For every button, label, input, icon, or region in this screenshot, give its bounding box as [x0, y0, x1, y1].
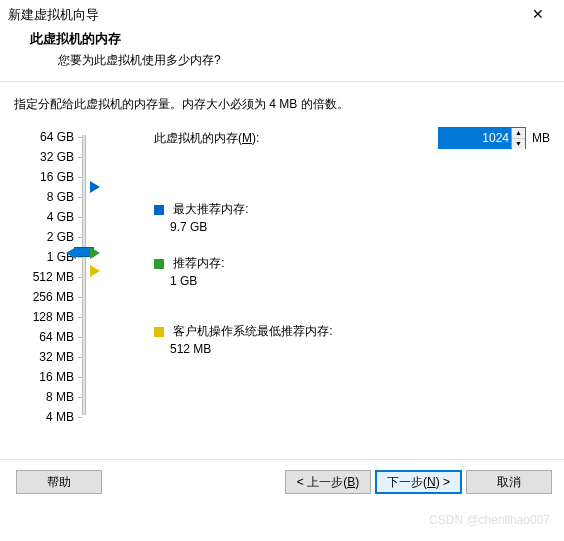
page-title: 此虚拟机的内存	[30, 30, 564, 48]
scale-label: 2 GB	[14, 227, 74, 247]
scale-label: 128 MB	[14, 307, 74, 327]
page-subtitle: 您要为此虚拟机使用多少内存?	[30, 52, 564, 69]
legend-rec-title: 推荐内存:	[173, 255, 224, 272]
legend-min-title: 客户机操作系统最低推荐内存:	[173, 323, 332, 340]
scale-label: 8 GB	[14, 187, 74, 207]
square-icon	[154, 327, 164, 337]
scale-label: 32 GB	[14, 147, 74, 167]
memory-label: 此虚拟机的内存(M):	[154, 130, 438, 147]
scale-label: 32 MB	[14, 347, 74, 367]
legend-min: 客户机操作系统最低推荐内存: 512 MB	[154, 323, 333, 356]
back-button[interactable]: < 上一步(B)	[285, 470, 371, 494]
memory-scale: 64 GB32 GB16 GB8 GB4 GB2 GB1 GB512 MB256…	[14, 127, 114, 459]
square-icon	[154, 205, 164, 215]
titlebar: 新建虚拟机向导 ✕	[0, 0, 564, 26]
memory-row: 此虚拟机的内存(M): ▲ ▼ MB	[154, 127, 550, 149]
next-button[interactable]: 下一步(N) >	[375, 470, 462, 494]
info-column: 此虚拟机的内存(M): ▲ ▼ MB 最大推荐内存: 9.7 GB 推荐内存: …	[114, 127, 550, 459]
scale-label: 256 MB	[14, 287, 74, 307]
min-marker-icon	[90, 265, 100, 277]
legend-rec: 推荐内存: 1 GB	[154, 255, 225, 288]
memory-input[interactable]	[439, 128, 511, 148]
scale-label: 8 MB	[14, 387, 74, 407]
spinner-down-icon[interactable]: ▼	[512, 139, 525, 149]
legend-rec-value: 1 GB	[154, 274, 225, 288]
wizard-header: 此虚拟机的内存 您要为此虚拟机使用多少内存?	[0, 26, 564, 82]
max-marker-icon	[90, 181, 100, 193]
body: 64 GB32 GB16 GB8 GB4 GB2 GB1 GB512 MB256…	[0, 119, 564, 459]
scale-label: 4 GB	[14, 207, 74, 227]
help-button[interactable]: 帮助	[16, 470, 102, 494]
scale-label: 16 GB	[14, 167, 74, 187]
memory-input-wrap: ▲ ▼	[438, 127, 526, 149]
memory-unit: MB	[532, 131, 550, 145]
footer: 帮助 < 上一步(B) 下一步(N) > 取消	[0, 459, 564, 504]
legend-max: 最大推荐内存: 9.7 GB	[154, 201, 249, 234]
scale-label: 4 MB	[14, 407, 74, 427]
rec-marker-icon	[90, 247, 100, 259]
close-icon[interactable]: ✕	[520, 6, 556, 22]
memory-stepper[interactable]: ▲ ▼	[511, 128, 525, 148]
window-title: 新建虚拟机向导	[8, 6, 99, 24]
current-marker-icon	[66, 247, 76, 259]
scale-label: 64 MB	[14, 327, 74, 347]
scale-label: 16 MB	[14, 367, 74, 387]
instruction-text: 指定分配给此虚拟机的内存量。内存大小必须为 4 MB 的倍数。	[0, 82, 564, 119]
watermark: CSDN @chenllhao007	[429, 513, 550, 527]
spinner-up-icon[interactable]: ▲	[512, 128, 525, 139]
scale-label: 64 GB	[14, 127, 74, 147]
scale-label: 512 MB	[14, 267, 74, 287]
scale-label: 1 GB	[14, 247, 74, 267]
legend-min-value: 512 MB	[154, 342, 333, 356]
slider-track[interactable]	[82, 135, 86, 415]
cancel-button[interactable]: 取消	[466, 470, 552, 494]
legend-max-title: 最大推荐内存:	[173, 201, 248, 218]
square-icon	[154, 259, 164, 269]
legend-max-value: 9.7 GB	[154, 220, 249, 234]
